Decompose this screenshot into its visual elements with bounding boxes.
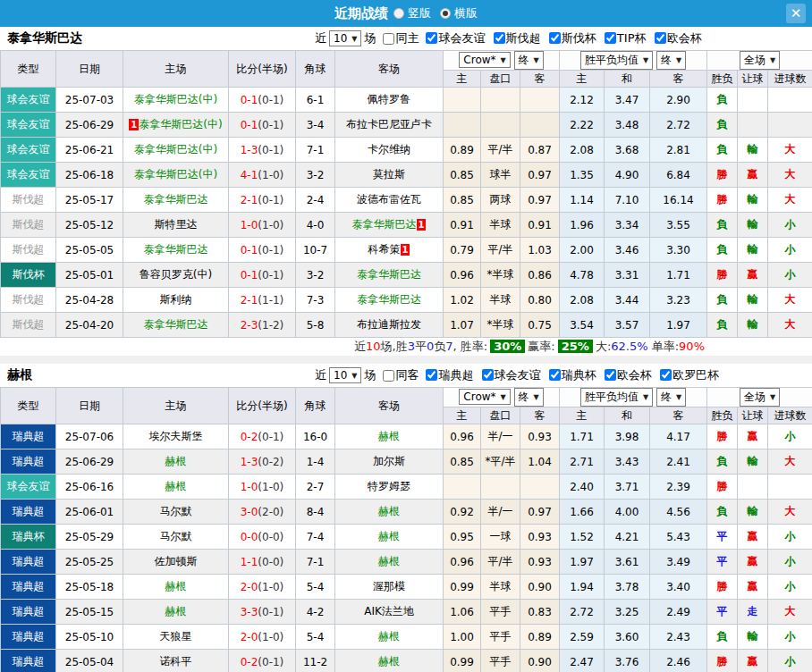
avg-away-odds-cell: 3.55	[650, 213, 707, 238]
league-filter[interactable]: TIP杯	[600, 30, 647, 46]
match-count-select[interactable]: 10 ▼	[329, 30, 361, 46]
result-cell: 平	[707, 525, 738, 550]
fulltime-score: 4-1	[241, 169, 258, 181]
col-away: 客场	[335, 51, 444, 88]
league-filter[interactable]: 欧会杯	[650, 30, 702, 46]
same-side-checkbox[interactable]	[383, 370, 394, 382]
crown-home-odds-cell: 0.96	[444, 263, 481, 288]
league-label: 瑞典超	[438, 367, 473, 383]
league-checkbox[interactable]	[655, 32, 666, 44]
final-odds-select-1[interactable]: 终▼	[514, 51, 544, 70]
corner-cell: 10-7	[296, 238, 335, 263]
radio-horizontal-layout[interactable]: 横版	[440, 5, 478, 21]
league-checkbox[interactable]	[482, 369, 494, 381]
league-checkbox[interactable]	[494, 32, 505, 44]
final-odds-value-1: 终	[519, 390, 529, 405]
radio-vertical-icon[interactable]	[393, 8, 404, 19]
result-cell: 勝	[707, 475, 738, 500]
home-team-name: 泰拿华斯巴达	[144, 193, 208, 206]
league-filter[interactable]: 瑞典超	[421, 367, 473, 383]
league-checkbox[interactable]	[426, 369, 437, 381]
result-cell: 勝	[707, 650, 738, 672]
away-team-name: 泰拿华斯巴达	[352, 218, 417, 231]
score-cell: 1-3(0-2)	[229, 449, 296, 475]
goals-total-cell: 小	[768, 650, 812, 672]
avg-odds-select[interactable]: 胜平负均值▼	[580, 51, 653, 70]
match-count-select[interactable]: 10 ▼	[329, 367, 361, 383]
home-team-cell: 佐加顿斯	[123, 550, 229, 575]
league-filter[interactable]: 瑞典杯	[545, 367, 596, 383]
fulltime-score: 2-1	[241, 294, 258, 307]
avg-draw-odds-cell: 4.00	[605, 500, 650, 525]
match-type-cell: 球会友谊	[1, 113, 56, 138]
date-cell: 25-05-15	[56, 600, 123, 625]
league-label: 斯伐超	[506, 30, 541, 46]
subcol-avg-draw: 和	[605, 71, 650, 88]
away-team-name: 泰拿华斯巴达	[357, 268, 421, 281]
handicap-cell	[481, 113, 520, 138]
league-filter[interactable]: 欧罗巴杯	[656, 367, 719, 383]
avg-draw-odds-cell: 3.78	[605, 575, 650, 600]
league-checkbox[interactable]	[605, 32, 616, 44]
same-side-filter[interactable]: 同主	[378, 30, 419, 46]
full-match-value: 全场	[744, 390, 765, 405]
table-row: 瑞典超 25-05-10 天狼星 2-0(1-0) 5-4 赫根 1.00 平手…	[1, 625, 812, 650]
away-team-name: 赫根	[378, 655, 400, 668]
chevron-down-icon: ▼	[676, 56, 681, 64]
crown-away-odds-cell	[520, 113, 560, 138]
odds-source-select[interactable]: Crow*▼	[459, 52, 510, 68]
match-type-cell: 球会友谊	[1, 88, 56, 113]
same-side-filter[interactable]: 同客	[378, 367, 419, 383]
avg-away-odds-cell: 2.90	[650, 88, 707, 113]
date-cell: 25-06-01	[56, 500, 123, 525]
away-team-cell: 科希策1	[335, 238, 444, 263]
home-team-name: 泰拿华斯巴达(中)	[134, 93, 217, 105]
col-away: 客场	[335, 388, 444, 424]
final-odds-select-1[interactable]: 终▼	[514, 388, 544, 407]
fulltime-score: 2-1	[241, 194, 258, 206]
odds-source-select[interactable]: Crow*▼	[459, 389, 510, 405]
corner-cell: 4-0	[296, 213, 335, 238]
league-filter[interactable]: 斯伐超	[489, 30, 541, 46]
league-filter[interactable]: 球会友谊	[478, 367, 541, 383]
table-row: 瑞典超 25-05-18 赫根 2-0(1-0) 5-4 渥那模 0.99 半球…	[1, 575, 812, 600]
handicap-result-cell	[738, 88, 768, 113]
league-checkbox[interactable]	[549, 369, 561, 381]
radio-vertical-layout[interactable]: 竖版	[393, 5, 431, 21]
crown-home-odds-cell: 1.07	[444, 313, 481, 338]
handicap-result-cell: 輸	[738, 313, 768, 338]
league-filter[interactable]: 欧会杯	[600, 367, 652, 383]
avg-away-odds-cell: 2.72	[650, 113, 707, 138]
crown-home-odds-cell: 1.06	[444, 600, 481, 625]
league-checkbox[interactable]	[549, 32, 561, 44]
home-team-name: 鲁容贝罗克(中)	[140, 268, 212, 281]
away-team-name: 特罗姆瑟	[368, 480, 410, 492]
avg-odds-select[interactable]: 胜平负均值▼	[580, 388, 653, 407]
avg-home-odds-cell: 1.35	[560, 163, 605, 188]
crown-away-odds-cell: 0.87	[520, 138, 560, 163]
result-cell: 負	[707, 313, 738, 338]
col-score: 比分(半场)	[229, 388, 296, 424]
matches-unit-label: 场	[364, 367, 376, 383]
match-type-cell: 斯伐超	[1, 213, 56, 238]
final-odds-select-2[interactable]: 终▼	[656, 388, 686, 407]
crown-home-odds-cell: 0.85	[444, 188, 481, 213]
league-filter[interactable]: 斯伐杯	[545, 30, 596, 46]
league-checkbox[interactable]	[660, 369, 672, 381]
full-match-select[interactable]: 全场▼	[740, 388, 780, 407]
close-button[interactable]: ✕	[786, 4, 806, 23]
final-odds-select-2[interactable]: 终▼	[656, 51, 686, 70]
radio-horizontal-icon[interactable]	[440, 8, 451, 19]
handicap-cell	[481, 88, 520, 113]
same-side-checkbox[interactable]	[383, 33, 394, 45]
avg-away-odds-cell: 3.49	[650, 550, 707, 575]
crown-away-odds-cell: 0.90	[520, 650, 560, 672]
league-checkbox[interactable]	[605, 369, 616, 381]
league-checkbox[interactable]	[426, 32, 437, 44]
full-match-select[interactable]: 全场▼	[740, 51, 780, 70]
table-row: 球会友谊 25-06-29 1泰拿华斯巴达(中) 0-1(0-1) 3-4 布拉…	[1, 113, 812, 138]
away-team-name: 赫根	[378, 530, 400, 542]
avg-odds-value: 胜平负均值	[585, 53, 639, 68]
league-filter[interactable]: 球会友谊	[421, 30, 485, 46]
crown-away-odds-cell: 0.93	[520, 424, 560, 449]
